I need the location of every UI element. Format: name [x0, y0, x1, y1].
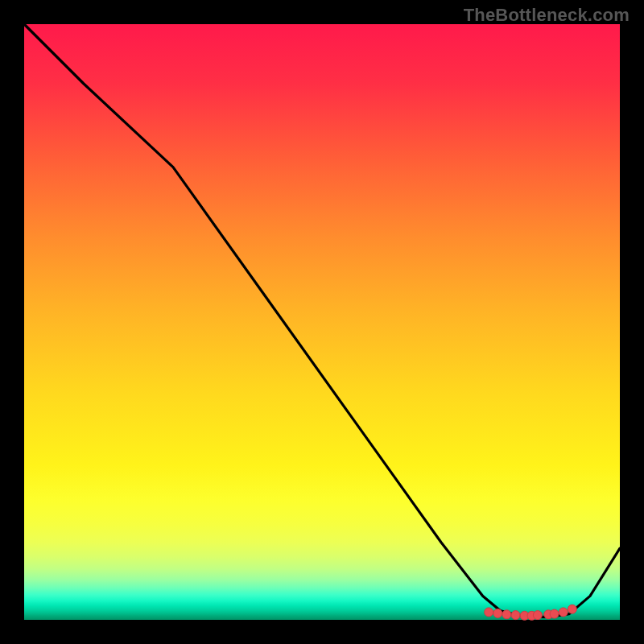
marker-dot — [485, 608, 493, 617]
marker-dot — [502, 610, 511, 619]
marker-dot — [550, 609, 559, 618]
marker-dot — [533, 611, 542, 620]
marker-dot — [559, 608, 568, 617]
marker-group — [485, 605, 577, 620]
marker-dot — [493, 609, 502, 617]
attribution-text: TheBottleneck.com — [464, 5, 630, 26]
chart-overlay — [24, 24, 620, 620]
marker-dot — [511, 611, 520, 620]
marker-dot — [568, 605, 576, 613]
bottleneck-curve — [24, 24, 620, 617]
